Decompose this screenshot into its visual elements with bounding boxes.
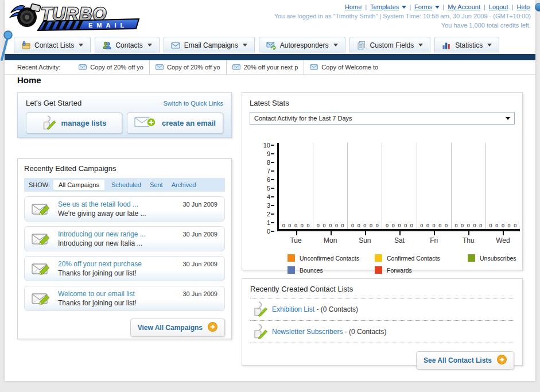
recent-activity-item[interactable]: Copy of Welcome to xyxy=(304,60,384,75)
see-all-contact-lists-button[interactable]: See All Contact Lists xyxy=(416,351,514,370)
activity-item-label: 20% off your next p xyxy=(244,64,298,71)
filter-all-campaigns[interactable]: All Campaigns xyxy=(53,180,104,190)
chart-values: 00000 xyxy=(348,223,382,228)
chevron-down-icon xyxy=(418,44,423,46)
campaign-item[interactable]: Welcome to our email listThanks for join… xyxy=(24,286,225,311)
chart-value: 0 xyxy=(473,223,476,228)
envelope-icon xyxy=(232,61,240,75)
manage-lists-icon xyxy=(42,115,56,131)
recent-contact-lists-panel: Recently Created Contact Lists Exhibitio… xyxy=(242,278,523,366)
x-axis-tick xyxy=(503,231,504,235)
page-title: Home xyxy=(17,75,41,85)
campaign-item[interactable]: See us at the retail food ...We're givin… xyxy=(24,196,225,222)
chart-value: 0 xyxy=(479,223,482,228)
chevron-down-icon xyxy=(402,6,406,9)
switch-to-quick-links[interactable]: Switch to Quick Links xyxy=(163,100,223,107)
chart-value: 0 xyxy=(445,223,448,228)
y-axis-tick xyxy=(271,231,274,232)
see-all-contact-lists-label: See All Contact Lists xyxy=(424,356,492,364)
campaign-date: 30 Jun 2009 xyxy=(182,290,217,297)
tab-label: Contacts xyxy=(115,41,142,49)
chart-value: 0 xyxy=(454,223,457,228)
tab-email-campaigns[interactable]: Email Campaigns xyxy=(164,37,255,53)
chart-value: 0 xyxy=(490,223,492,228)
tab-statistics[interactable]: Statistics xyxy=(434,37,499,53)
header-dot-decoration xyxy=(535,3,540,11)
x-axis-label: Fri xyxy=(417,236,451,244)
y-axis-tick xyxy=(271,188,274,189)
legend-label: Bounces xyxy=(300,267,323,274)
stats-period-select[interactable]: Contact Activity for the Last 7 Days xyxy=(250,112,515,125)
chart-value: 0 xyxy=(335,223,338,228)
legend-swatch xyxy=(375,266,382,274)
legend-item: Bounces xyxy=(288,266,375,274)
y-axis-label: 3 xyxy=(267,202,270,209)
chart-column: 00000Thu xyxy=(452,143,486,229)
recent-activity-item[interactable]: Copy of 20% off yo xyxy=(73,60,150,75)
campaign-subtitle: Thanks for joining our list! xyxy=(58,299,219,307)
y-axis-tick xyxy=(271,196,274,197)
recent-activity-label: Recent Activity: xyxy=(17,64,60,71)
separator: | xyxy=(512,3,514,10)
campaign-item[interactable]: Introducing our new range ...Introducing… xyxy=(24,226,225,251)
campaign-subtitle: Thanks for joining our list! xyxy=(58,269,219,277)
header-link-templates[interactable]: Templates xyxy=(370,3,399,10)
x-axis-label: Sat xyxy=(382,236,416,244)
recent-activity-item[interactable]: 20% off your next p xyxy=(227,60,305,75)
chevron-down-icon xyxy=(79,44,83,46)
contact-lists-icon xyxy=(21,41,30,50)
tab-autoresponders[interactable]: Autoresponders xyxy=(259,37,345,53)
chart-values: 00000 xyxy=(382,223,416,228)
contact-list-item[interactable]: Exhibition List - (0 Contacts) xyxy=(250,298,514,321)
y-axis-label: 10 xyxy=(263,142,270,149)
header-link-logout[interactable]: Logout xyxy=(489,3,508,10)
recent-activity-item[interactable]: Copy of 20% off yo xyxy=(150,60,227,75)
filter-scheduled[interactable]: Scheduled xyxy=(111,181,141,188)
y-axis-tick xyxy=(271,214,274,215)
x-axis-tick xyxy=(468,231,469,235)
chart-value: 0 xyxy=(392,223,395,228)
stats-period-value: Contact Activity for the Last 7 Days xyxy=(254,115,352,122)
filter-archived[interactable]: Archived xyxy=(172,181,196,188)
autoresponders-icon xyxy=(266,41,276,50)
recently-edited-campaigns-panel: Recently Edited Campaigns SHOW:All Campa… xyxy=(17,158,232,339)
envelope-icon xyxy=(79,61,87,75)
custom-fields-icon xyxy=(357,41,366,50)
tab-contact-lists[interactable]: Contact Lists xyxy=(14,37,91,53)
header-link-my-account[interactable]: My Account xyxy=(448,3,480,10)
chevron-down-icon xyxy=(147,44,152,46)
chart-values: 00000 xyxy=(486,223,520,228)
x-axis-label: Sun xyxy=(348,236,382,244)
create-email-label: create an email xyxy=(162,119,216,127)
contact-list-rows: Exhibition List - (0 Contacts)Newsletter… xyxy=(250,298,514,343)
y-axis-label: 5 xyxy=(267,185,270,192)
create-email-button[interactable]: create an email xyxy=(127,112,223,134)
y-axis-label: 9 xyxy=(267,150,270,157)
chart-value: 0 xyxy=(306,223,309,228)
campaign-item[interactable]: 20% off your next purchaseThanks for joi… xyxy=(24,256,225,281)
contact-list-link[interactable]: Newsletter Subscribers xyxy=(272,328,343,336)
logo-pin-decoration xyxy=(1,30,15,62)
contact-list-item[interactable]: Newsletter Subscribers - (0 Contacts) xyxy=(250,321,514,343)
chart-value: 0 xyxy=(282,223,285,228)
header-link-home[interactable]: Home xyxy=(345,3,362,10)
campaign-list: See us at the retail food ...We're givin… xyxy=(24,196,225,311)
header-link-help[interactable]: Help xyxy=(516,3,530,10)
contact-list-link[interactable]: Exhibition List xyxy=(272,305,314,313)
chart-column: 00000Sun xyxy=(348,143,382,229)
tab-contacts[interactable]: Contacts xyxy=(95,37,159,53)
chart-value: 0 xyxy=(386,223,389,228)
chart-column: 00000Mon xyxy=(313,143,348,229)
legend-swatch xyxy=(468,254,475,262)
header-link-forms[interactable]: Forms xyxy=(414,3,432,10)
manage-lists-button[interactable]: manage lists xyxy=(26,112,122,134)
x-axis-label: Thu xyxy=(452,236,485,244)
chart-value: 0 xyxy=(508,223,511,228)
chart-value: 0 xyxy=(502,223,504,228)
chart-value: 0 xyxy=(398,223,401,228)
tab-custom-fields[interactable]: Custom Fields xyxy=(349,37,431,53)
login-status: You are logged in as "Timothy Smith" | S… xyxy=(274,12,531,20)
chart-value: 0 xyxy=(341,223,344,228)
filter-sent[interactable]: Sent xyxy=(150,181,163,188)
view-all-campaigns-button[interactable]: View All Campaigns xyxy=(130,319,225,337)
